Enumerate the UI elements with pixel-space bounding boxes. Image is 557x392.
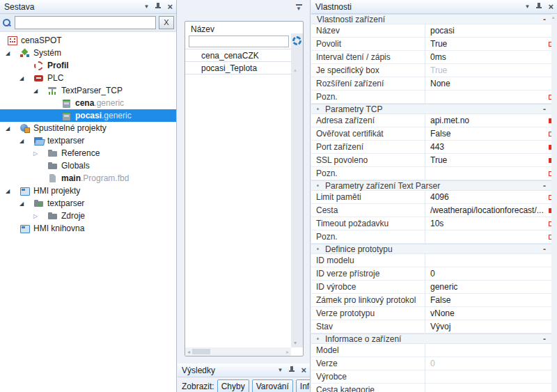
property-value[interactable]: generic bbox=[425, 281, 545, 293]
property-value[interactable]: None bbox=[425, 77, 545, 90]
tree-item-hmi-projekty[interactable]: HMI projekty bbox=[0, 185, 176, 197]
property-row-pozn-3[interactable]: Pozn. bbox=[311, 230, 557, 244]
property-value[interactable]: Vývoj bbox=[425, 320, 545, 333]
vertical-scrollbar[interactable]: ▴ ▾ bbox=[291, 33, 303, 347]
expander-icon[interactable] bbox=[33, 88, 47, 94]
tree-item-pocasi-generic[interactable]: pocasi.generic bbox=[0, 109, 176, 122]
property-row-port-zarizeni[interactable]: Port zařízení443 bbox=[311, 141, 557, 154]
property-row-ssl-povoleno[interactable]: SSL povolenoTrue bbox=[311, 154, 557, 167]
property-row-id-vyrobce[interactable]: ID výrobcegeneric bbox=[311, 281, 557, 294]
filter-input[interactable] bbox=[189, 36, 289, 47]
pin-icon[interactable] bbox=[288, 366, 295, 375]
pin-icon[interactable] bbox=[155, 3, 162, 11]
property-value[interactable] bbox=[425, 370, 545, 383]
expander-icon[interactable] bbox=[6, 125, 19, 132]
section-informace-o-zarizeni[interactable]: Informace o zařízení- bbox=[311, 334, 557, 344]
tree-item-cenaspot[interactable]: cenaSPOT bbox=[0, 34, 176, 47]
property-row-adresa-zarizeni[interactable]: Adresa zařízeníapi.met.no bbox=[311, 114, 557, 127]
tree-item-textparser[interactable]: textparser bbox=[0, 134, 176, 147]
tree-item-reference[interactable]: Reference bbox=[0, 147, 176, 159]
property-row-stav[interactable]: StavVývoj bbox=[311, 320, 557, 334]
collapse-section-button[interactable]: - bbox=[543, 15, 546, 24]
section-parametry-tcp[interactable]: Parametry TCP- bbox=[311, 104, 557, 114]
info-toggle-button[interactable]: Infor bbox=[296, 379, 311, 392]
property-value[interactable]: False bbox=[425, 294, 545, 306]
property-value[interactable] bbox=[425, 384, 545, 392]
property-value[interactable]: True bbox=[425, 154, 545, 166]
expander-icon[interactable] bbox=[19, 138, 33, 144]
property-value[interactable] bbox=[425, 230, 545, 243]
errors-toggle-button[interactable]: Chyby bbox=[217, 379, 249, 392]
property-row-id-modelu[interactable]: ID modelu bbox=[311, 254, 557, 267]
tree-item-system[interactable]: Systém bbox=[0, 47, 176, 59]
property-value[interactable]: /weatherapi/locationforecast/... bbox=[425, 204, 545, 217]
horizontal-scrollbar[interactable]: ◂ ▸ bbox=[185, 347, 291, 356]
tree-item-textparser-tcp[interactable]: TextParser_TCP bbox=[0, 84, 176, 97]
gear-icon[interactable] bbox=[292, 36, 301, 45]
collapse-section-button[interactable]: - bbox=[543, 334, 546, 344]
list-item-cena-cenaczk[interactable]: cena_cenaCZK bbox=[185, 49, 291, 62]
property-value[interactable]: 10s bbox=[425, 217, 545, 230]
column-header-nazev[interactable]: Název bbox=[191, 24, 214, 34]
list-item-pocasi-teplota[interactable]: pocasi_Teplota bbox=[185, 62, 291, 75]
clear-search-button[interactable]: X bbox=[159, 16, 174, 29]
property-row-model[interactable]: Model bbox=[311, 344, 557, 357]
section-definice-prototypu[interactable]: Definice prototypu- bbox=[311, 244, 557, 254]
window-menu-icon[interactable]: ▼ bbox=[277, 368, 283, 373]
window-menu-icon[interactable]: ▼ bbox=[143, 4, 149, 10]
scrollbar-thumb[interactable] bbox=[192, 349, 210, 354]
property-value[interactable] bbox=[425, 167, 545, 180]
property-value[interactable]: api.met.no bbox=[425, 114, 545, 127]
property-value[interactable]: 0 bbox=[425, 267, 545, 280]
property-value[interactable]: False bbox=[425, 127, 545, 140]
scroll-up-icon[interactable]: ▴ bbox=[294, 67, 297, 73]
property-row-zamek-pro-linkovy-protokol[interactable]: Zámek pro linkový protokolFalse bbox=[311, 294, 557, 307]
scroll-down-icon[interactable]: ▾ bbox=[294, 340, 297, 346]
property-value[interactable]: True bbox=[425, 64, 545, 77]
property-value[interactable]: pocasi bbox=[425, 24, 545, 37]
tree-item-plc[interactable]: PLC bbox=[0, 72, 176, 84]
property-row-pozn-1[interactable]: Pozn. bbox=[311, 91, 557, 104]
close-icon[interactable]: × bbox=[548, 2, 554, 11]
search-input[interactable] bbox=[15, 16, 156, 29]
tree-item-zdroje[interactable]: Zdroje bbox=[0, 210, 176, 222]
vertical-scrollbar[interactable]: ▴ bbox=[551, 14, 557, 392]
property-value[interactable]: 0 bbox=[425, 357, 545, 370]
tree-item-profil[interactable]: Profil bbox=[0, 59, 176, 72]
collapse-section-button[interactable]: - bbox=[543, 181, 546, 191]
expander-icon[interactable] bbox=[33, 150, 47, 157]
property-value[interactable]: 0ms bbox=[425, 51, 545, 63]
tree-item-hmi-textparser[interactable]: textparser bbox=[0, 197, 176, 210]
expander-icon[interactable] bbox=[19, 201, 33, 207]
close-icon[interactable]: × bbox=[301, 366, 306, 375]
tree-item-cena-generic[interactable]: cena.generic bbox=[0, 97, 176, 109]
property-row-rozsireni-zarizeni[interactable]: Rozšíření zařízeníNone bbox=[311, 77, 557, 91]
expander-icon[interactable] bbox=[19, 75, 33, 81]
collapse-section-button[interactable]: - bbox=[543, 244, 546, 254]
property-row-je-specificky-box[interactable]: Je specifický boxTrue bbox=[311, 64, 557, 77]
property-row-interval[interactable]: Interval čtení / zápis0ms bbox=[311, 51, 557, 64]
pin-icon[interactable] bbox=[535, 3, 542, 11]
expander-icon[interactable] bbox=[33, 213, 47, 219]
property-value[interactable] bbox=[425, 254, 545, 267]
tree-item-hmi-knihovna[interactable]: HMI knihovna bbox=[0, 222, 176, 235]
property-value[interactable]: True bbox=[425, 38, 545, 50]
property-value[interactable]: 4096 bbox=[425, 191, 545, 203]
property-value[interactable] bbox=[425, 344, 545, 356]
tree-item-spustitelne-projekty[interactable]: Spustitelné projekty bbox=[0, 122, 176, 134]
property-row-timeout-pozadavku[interactable]: Timeout požadavku10s bbox=[311, 217, 557, 230]
collapse-section-button[interactable]: - bbox=[543, 104, 546, 114]
property-value[interactable]: 443 bbox=[425, 141, 545, 153]
expander-icon[interactable] bbox=[6, 50, 19, 56]
close-icon[interactable]: × bbox=[167, 2, 173, 11]
property-row-povolit[interactable]: PovolitTrue bbox=[311, 38, 557, 51]
property-row-nazev[interactable]: Názevpocasi bbox=[311, 24, 557, 38]
window-menu-icon[interactable]: ▼ bbox=[524, 4, 530, 10]
warnings-toggle-button[interactable]: Varování bbox=[252, 379, 293, 392]
property-row-cesta[interactable]: Cesta/weatherapi/locationforecast/... bbox=[311, 204, 557, 217]
property-value[interactable]: vNone bbox=[425, 307, 545, 320]
property-row-limit-pameti[interactable]: Limit paměti4096 bbox=[311, 191, 557, 204]
property-row-pozn-2[interactable]: Pozn. bbox=[311, 167, 557, 180]
property-row-cesta-kategorie[interactable]: Cesta kategorie bbox=[311, 384, 557, 392]
property-row-verze-prototypu[interactable]: Verze prototypuvNone bbox=[311, 307, 557, 320]
